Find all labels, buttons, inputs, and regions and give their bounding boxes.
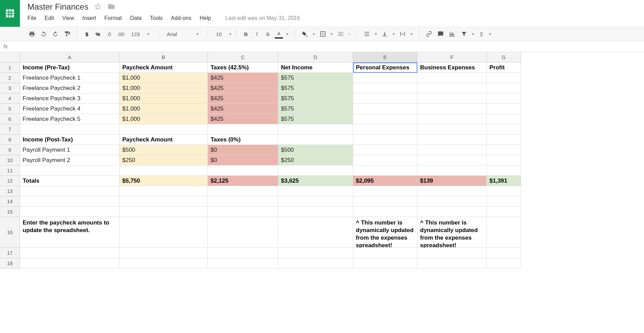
cell-F9[interactable]: [417, 145, 487, 155]
cell-B12[interactable]: $5,750: [120, 176, 208, 186]
cell-F10[interactable]: [417, 155, 487, 165]
functions-button[interactable]: Σ: [477, 30, 486, 38]
cell-C16[interactable]: [208, 217, 278, 248]
cell-C11[interactable]: [208, 165, 278, 176]
cell-B18[interactable]: [120, 258, 208, 268]
cell-B2[interactable]: $1,000: [120, 73, 208, 83]
cell-A18[interactable]: [20, 258, 120, 268]
cell-E15[interactable]: [353, 207, 417, 217]
insert-chart-icon[interactable]: [448, 30, 457, 38]
cell-G2[interactable]: [487, 73, 521, 83]
row-header-17[interactable]: 17: [0, 248, 20, 258]
menu-insert[interactable]: Insert: [82, 15, 96, 21]
cell-F7[interactable]: [417, 124, 487, 135]
cell-F8[interactable]: [417, 135, 487, 145]
doc-title[interactable]: Master Finances: [27, 2, 88, 12]
cell-C8[interactable]: Taxes (0%): [208, 135, 278, 145]
cell-G4[interactable]: [487, 93, 521, 104]
cell-G3[interactable]: [487, 83, 521, 93]
cell-G12[interactable]: $1,391: [487, 176, 521, 186]
print-icon[interactable]: [27, 30, 36, 38]
row-header-1[interactable]: 1: [0, 62, 20, 73]
column-header-E[interactable]: E: [353, 52, 417, 62]
cell-D15[interactable]: [278, 207, 353, 217]
cell-E4[interactable]: [353, 93, 417, 104]
cell-G18[interactable]: [487, 258, 521, 268]
cell-A14[interactable]: [20, 196, 120, 207]
filter-icon[interactable]: [460, 30, 468, 38]
cell-F3[interactable]: [417, 83, 487, 93]
undo-icon[interactable]: [39, 30, 48, 38]
row-header-14[interactable]: 14: [0, 196, 20, 207]
cell-D10[interactable]: $250: [278, 155, 353, 165]
cell-G5[interactable]: [487, 104, 521, 114]
insert-comment-icon[interactable]: [436, 30, 445, 38]
cell-B3[interactable]: $1,000: [120, 83, 208, 93]
cell-E10[interactable]: [353, 155, 417, 165]
cell-E5[interactable]: [353, 104, 417, 114]
cell-A15[interactable]: [20, 207, 120, 217]
cell-E2[interactable]: [353, 73, 417, 83]
cell-F11[interactable]: [417, 165, 487, 176]
folder-icon[interactable]: [108, 3, 115, 11]
cell-B17[interactable]: [120, 248, 208, 258]
row-header-12[interactable]: 12: [0, 176, 20, 186]
cell-A13[interactable]: [20, 186, 120, 196]
strike-button[interactable]: S: [264, 30, 272, 38]
menu-file[interactable]: File: [27, 15, 36, 21]
cell-E14[interactable]: [353, 196, 417, 207]
text-color-button[interactable]: A: [275, 30, 283, 38]
merge-cells-icon[interactable]: [336, 30, 345, 38]
cell-D5[interactable]: $575: [278, 104, 353, 114]
cell-D1[interactable]: Net Income: [278, 62, 353, 73]
cell-E7[interactable]: [353, 124, 417, 135]
cell-C10[interactable]: $0: [208, 155, 278, 165]
menu-data[interactable]: Data: [130, 15, 142, 21]
cell-F15[interactable]: [417, 207, 487, 217]
column-header-C[interactable]: C: [208, 52, 278, 62]
cell-D9[interactable]: $500: [278, 145, 353, 155]
cell-A10[interactable]: Payroll Payment 2: [20, 155, 120, 165]
cell-E12[interactable]: $2,095: [353, 176, 417, 186]
menu-edit[interactable]: Edit: [45, 15, 54, 21]
row-header-16[interactable]: 16: [0, 217, 20, 248]
cell-F16[interactable]: ^ This number is dynamically updated fro…: [417, 217, 487, 248]
row-header-6[interactable]: 6: [0, 114, 20, 124]
cell-G11[interactable]: [487, 165, 521, 176]
sheets-logo[interactable]: [0, 0, 20, 27]
cell-G1[interactable]: Profit: [487, 62, 521, 73]
cell-E1[interactable]: Personal Expenses: [353, 62, 417, 73]
cell-C5[interactable]: $425: [208, 104, 278, 114]
cell-G6[interactable]: [487, 114, 521, 124]
cell-E13[interactable]: [353, 186, 417, 196]
cell-D12[interactable]: $3,625: [278, 176, 353, 186]
cell-G8[interactable]: [487, 135, 521, 145]
cell-F18[interactable]: [417, 258, 487, 268]
borders-icon[interactable]: [318, 30, 327, 38]
cell-E8[interactable]: [353, 135, 417, 145]
cell-A4[interactable]: Freelance Paycheck 3: [20, 93, 120, 104]
paint-format-icon[interactable]: [63, 30, 71, 38]
insert-link-icon[interactable]: [425, 30, 433, 38]
row-header-13[interactable]: 13: [0, 186, 20, 196]
cell-E17[interactable]: [353, 248, 417, 258]
cell-A12[interactable]: Totals: [20, 176, 120, 186]
cell-A8[interactable]: Income (Post-Tax): [20, 135, 120, 145]
row-header-7[interactable]: 7: [0, 124, 20, 135]
cell-G17[interactable]: [487, 248, 521, 258]
cell-G16[interactable]: [487, 217, 521, 248]
row-header-3[interactable]: 3: [0, 83, 20, 93]
column-header-F[interactable]: F: [417, 52, 487, 62]
menu-tools[interactable]: Tools: [150, 15, 162, 21]
cell-D3[interactable]: $575: [278, 83, 353, 93]
cell-E16[interactable]: ^ This number is dynamically updated fro…: [353, 217, 417, 248]
row-header-9[interactable]: 9: [0, 145, 20, 155]
cell-C1[interactable]: Taxes (42.5%): [208, 62, 278, 73]
cell-D17[interactable]: [278, 248, 353, 258]
decrease-decimal[interactable]: .0: [105, 30, 113, 38]
cell-E6[interactable]: [353, 114, 417, 124]
cell-A9[interactable]: Payroll Payment 1: [20, 145, 120, 155]
cell-G9[interactable]: [487, 145, 521, 155]
cell-B1[interactable]: Paycheck Amount: [120, 62, 208, 73]
cell-E9[interactable]: [353, 145, 417, 155]
